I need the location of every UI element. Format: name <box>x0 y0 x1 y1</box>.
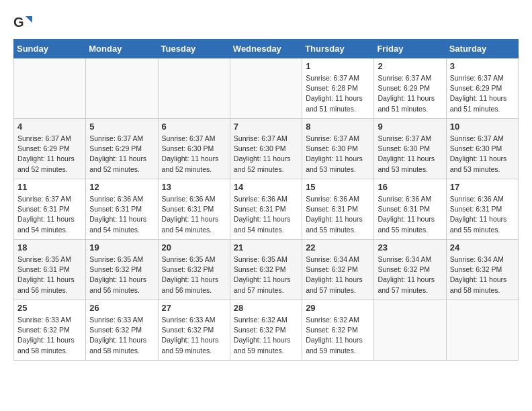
day-info: Sunrise: 6:35 AMSunset: 6:31 PMDaylight:… <box>17 255 82 295</box>
col-header-tuesday: Tuesday <box>158 40 230 58</box>
week-row-3: 11Sunrise: 6:37 AMSunset: 6:31 PMDayligh… <box>14 179 519 240</box>
calendar-cell <box>158 58 230 119</box>
calendar-cell: 14Sunrise: 6:36 AMSunset: 6:31 PMDayligh… <box>230 179 302 240</box>
calendar-cell: 7Sunrise: 6:37 AMSunset: 6:30 PMDaylight… <box>230 119 302 179</box>
day-number: 18 <box>17 242 82 253</box>
day-info: Sunrise: 6:37 AMSunset: 6:29 PMDaylight:… <box>450 73 515 114</box>
day-number: 7 <box>234 122 298 132</box>
day-number: 21 <box>234 242 298 253</box>
calendar-cell: 13Sunrise: 6:36 AMSunset: 6:31 PMDayligh… <box>158 179 230 240</box>
day-info: Sunrise: 6:34 AMSunset: 6:32 PMDaylight:… <box>378 255 442 295</box>
day-info: Sunrise: 6:34 AMSunset: 6:32 PMDaylight:… <box>450 255 515 295</box>
calendar-cell: 10Sunrise: 6:37 AMSunset: 6:30 PMDayligh… <box>446 119 518 179</box>
day-number: 15 <box>306 182 370 192</box>
day-info: Sunrise: 6:35 AMSunset: 6:32 PMDaylight:… <box>162 255 226 295</box>
day-info: Sunrise: 6:37 AMSunset: 6:31 PMDaylight:… <box>17 194 82 235</box>
calendar-cell: 4Sunrise: 6:37 AMSunset: 6:29 PMDaylight… <box>14 119 86 179</box>
day-number: 27 <box>162 303 226 313</box>
day-number: 26 <box>89 303 154 313</box>
day-number: 17 <box>450 182 515 192</box>
calendar-cell: 29Sunrise: 6:32 AMSunset: 6:32 PMDayligh… <box>302 300 374 361</box>
day-number: 29 <box>306 303 370 313</box>
calendar-cell <box>86 58 158 119</box>
day-info: Sunrise: 6:32 AMSunset: 6:32 PMDaylight:… <box>306 315 370 356</box>
col-header-thursday: Thursday <box>302 40 374 58</box>
col-header-monday: Monday <box>86 40 158 58</box>
day-info: Sunrise: 6:37 AMSunset: 6:30 PMDaylight:… <box>306 134 370 175</box>
calendar-cell: 5Sunrise: 6:37 AMSunset: 6:29 PMDaylight… <box>86 119 158 179</box>
day-info: Sunrise: 6:37 AMSunset: 6:29 PMDaylight:… <box>17 134 82 175</box>
day-number: 19 <box>89 242 154 253</box>
day-number: 25 <box>17 303 82 313</box>
calendar-cell: 20Sunrise: 6:35 AMSunset: 6:32 PMDayligh… <box>158 240 230 300</box>
calendar-cell: 15Sunrise: 6:36 AMSunset: 6:31 PMDayligh… <box>302 179 374 240</box>
calendar-table: SundayMondayTuesdayWednesdayThursdayFrid… <box>13 39 519 361</box>
calendar-cell: 21Sunrise: 6:35 AMSunset: 6:32 PMDayligh… <box>230 240 302 300</box>
calendar-cell: 17Sunrise: 6:36 AMSunset: 6:31 PMDayligh… <box>446 179 518 240</box>
day-number: 3 <box>450 61 515 71</box>
day-info: Sunrise: 6:34 AMSunset: 6:32 PMDaylight:… <box>306 255 370 295</box>
day-number: 22 <box>306 242 370 253</box>
day-info: Sunrise: 6:37 AMSunset: 6:30 PMDaylight:… <box>234 134 298 175</box>
calendar-cell <box>230 58 302 119</box>
header: G <box>13 13 519 32</box>
day-info: Sunrise: 6:36 AMSunset: 6:31 PMDaylight:… <box>89 194 154 235</box>
day-info: Sunrise: 6:32 AMSunset: 6:32 PMDaylight:… <box>234 315 298 356</box>
day-number: 9 <box>378 122 442 132</box>
calendar-cell: 18Sunrise: 6:35 AMSunset: 6:31 PMDayligh… <box>14 240 86 300</box>
day-info: Sunrise: 6:37 AMSunset: 6:30 PMDaylight:… <box>162 134 226 175</box>
week-row-5: 25Sunrise: 6:33 AMSunset: 6:32 PMDayligh… <box>14 300 519 361</box>
calendar-cell <box>374 300 446 361</box>
calendar-cell: 6Sunrise: 6:37 AMSunset: 6:30 PMDaylight… <box>158 119 230 179</box>
day-info: Sunrise: 6:33 AMSunset: 6:32 PMDaylight:… <box>17 315 82 356</box>
calendar-cell: 25Sunrise: 6:33 AMSunset: 6:32 PMDayligh… <box>14 300 86 361</box>
col-header-wednesday: Wednesday <box>230 40 302 58</box>
day-number: 23 <box>378 242 442 253</box>
day-info: Sunrise: 6:36 AMSunset: 6:31 PMDaylight:… <box>378 194 442 235</box>
day-info: Sunrise: 6:35 AMSunset: 6:32 PMDaylight:… <box>234 255 298 295</box>
calendar-cell: 9Sunrise: 6:37 AMSunset: 6:30 PMDaylight… <box>374 119 446 179</box>
day-number: 11 <box>17 182 82 192</box>
calendar-cell: 2Sunrise: 6:37 AMSunset: 6:29 PMDaylight… <box>374 58 446 119</box>
day-number: 24 <box>450 242 515 253</box>
day-info: Sunrise: 6:33 AMSunset: 6:32 PMDaylight:… <box>89 315 154 356</box>
col-header-friday: Friday <box>374 40 446 58</box>
day-info: Sunrise: 6:37 AMSunset: 6:29 PMDaylight:… <box>378 73 442 114</box>
calendar-cell: 1Sunrise: 6:37 AMSunset: 6:28 PMDaylight… <box>302 58 374 119</box>
calendar-cell: 3Sunrise: 6:37 AMSunset: 6:29 PMDaylight… <box>446 58 518 119</box>
week-row-1: 1Sunrise: 6:37 AMSunset: 6:28 PMDaylight… <box>14 58 519 119</box>
calendar-cell: 27Sunrise: 6:33 AMSunset: 6:32 PMDayligh… <box>158 300 230 361</box>
day-info: Sunrise: 6:36 AMSunset: 6:31 PMDaylight:… <box>306 194 370 235</box>
day-number: 14 <box>234 182 298 192</box>
day-number: 12 <box>89 182 154 192</box>
day-info: Sunrise: 6:37 AMSunset: 6:30 PMDaylight:… <box>378 134 442 175</box>
day-info: Sunrise: 6:37 AMSunset: 6:29 PMDaylight:… <box>89 134 154 175</box>
svg-marker-1 <box>26 16 32 23</box>
calendar-cell: 24Sunrise: 6:34 AMSunset: 6:32 PMDayligh… <box>446 240 518 300</box>
calendar-cell: 11Sunrise: 6:37 AMSunset: 6:31 PMDayligh… <box>14 179 86 240</box>
calendar-cell: 8Sunrise: 6:37 AMSunset: 6:30 PMDaylight… <box>302 119 374 179</box>
svg-text:G: G <box>13 15 24 30</box>
calendar-cell: 19Sunrise: 6:35 AMSunset: 6:32 PMDayligh… <box>86 240 158 300</box>
day-number: 13 <box>162 182 226 192</box>
day-number: 6 <box>162 122 226 132</box>
day-number: 2 <box>378 61 442 71</box>
calendar-cell: 23Sunrise: 6:34 AMSunset: 6:32 PMDayligh… <box>374 240 446 300</box>
calendar-cell: 16Sunrise: 6:36 AMSunset: 6:31 PMDayligh… <box>374 179 446 240</box>
calendar-cell: 26Sunrise: 6:33 AMSunset: 6:32 PMDayligh… <box>86 300 158 361</box>
day-number: 8 <box>306 122 370 132</box>
day-info: Sunrise: 6:37 AMSunset: 6:28 PMDaylight:… <box>306 73 370 114</box>
calendar-cell: 22Sunrise: 6:34 AMSunset: 6:32 PMDayligh… <box>302 240 374 300</box>
calendar-cell <box>14 58 86 119</box>
day-info: Sunrise: 6:36 AMSunset: 6:31 PMDaylight:… <box>234 194 298 235</box>
logo-icon: G <box>13 13 32 32</box>
day-info: Sunrise: 6:35 AMSunset: 6:32 PMDaylight:… <box>89 255 154 295</box>
calendar-cell: 12Sunrise: 6:36 AMSunset: 6:31 PMDayligh… <box>86 179 158 240</box>
day-number: 4 <box>17 122 82 132</box>
week-row-4: 18Sunrise: 6:35 AMSunset: 6:31 PMDayligh… <box>14 240 519 300</box>
day-info: Sunrise: 6:36 AMSunset: 6:31 PMDaylight:… <box>162 194 226 235</box>
logo: G <box>13 13 35 32</box>
col-header-sunday: Sunday <box>14 40 86 58</box>
day-number: 20 <box>162 242 226 253</box>
calendar-cell: 28Sunrise: 6:32 AMSunset: 6:32 PMDayligh… <box>230 300 302 361</box>
